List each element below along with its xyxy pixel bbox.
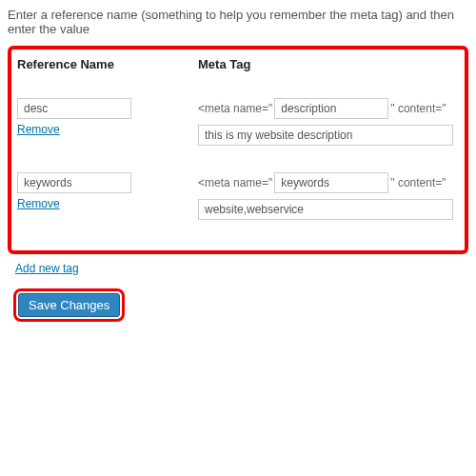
tag-row: Remove <meta name=" " content="	[17, 98, 459, 151]
meta-prefix-text: <meta name="	[198, 176, 272, 189]
intro-text: Enter a reference name (something to hel…	[8, 8, 468, 36]
meta-content-input[interactable]	[198, 199, 453, 220]
save-highlight: Save Changes	[13, 288, 125, 322]
remove-link[interactable]: Remove	[17, 197, 60, 210]
header-meta: Meta Tag	[198, 57, 459, 71]
meta-name-input[interactable]	[274, 172, 388, 193]
save-changes-button[interactable]: Save Changes	[18, 293, 120, 317]
remove-link[interactable]: Remove	[17, 123, 60, 136]
tag-row: Remove <meta name=" " content="	[17, 172, 459, 226]
meta-prefix-text: <meta name="	[198, 102, 272, 115]
meta-content-label: " content="	[390, 102, 446, 115]
meta-tags-panel: Reference Name Meta Tag Remove <meta nam…	[8, 46, 468, 254]
reference-input[interactable]	[17, 98, 131, 119]
reference-input[interactable]	[17, 172, 131, 193]
add-new-tag-link[interactable]: Add new tag	[15, 262, 79, 275]
header-reference: Reference Name	[17, 57, 198, 71]
meta-name-input[interactable]	[274, 98, 388, 119]
meta-content-label: " content="	[390, 176, 446, 189]
meta-content-input[interactable]	[198, 125, 453, 146]
